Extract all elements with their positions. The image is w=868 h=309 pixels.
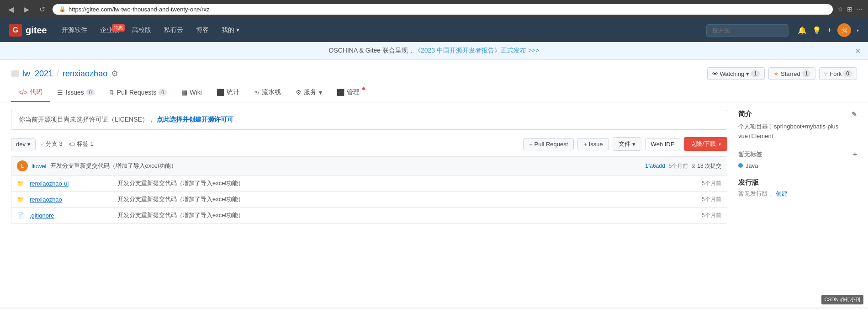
lang-label: Java [746, 162, 758, 169]
bell-icon[interactable]: 🔔 [798, 26, 807, 35]
web-ide-button[interactable]: Web IDE [645, 138, 681, 150]
commit-hash[interactable]: 1fa6add [645, 163, 665, 169]
main-wrapper: ⬜ lw_2021 / renxiaozhao ⚙ 👁 Watching ▾ 1… [0, 60, 868, 307]
files-button[interactable]: 文件 ▾ [613, 137, 641, 151]
repo-name-link[interactable]: renxiaozhao [63, 69, 107, 79]
stats-tab-icon: ⬛ [217, 89, 224, 96]
license-text: 你当前开源项目尚未选择许可证（LICENSE）， [19, 116, 155, 123]
extensions-icon[interactable]: ⊞ [847, 5, 852, 13]
folder-icon: 📁 [17, 180, 24, 187]
search-input[interactable] [706, 24, 789, 37]
commit-author[interactable]: liuwei [32, 163, 47, 170]
commit-count[interactable]: ⧖ 18 次提交 [692, 162, 721, 170]
bulb-icon[interactable]: 💡 [812, 26, 821, 35]
fork-button[interactable]: ⑂ Fork 0 [819, 67, 857, 80]
tab-pipeline[interactable]: ∿ 流水线 [247, 84, 288, 102]
banner-text: OSCHINA & Gitee 联合呈现，《2023 中国开源开发者报告》正式发… [329, 47, 540, 54]
clone-button[interactable]: 克隆/下载 ▾ [684, 137, 727, 151]
nav-blog[interactable]: 博客 [191, 22, 214, 38]
tab-services[interactable]: ⚙ 服务 ▾ [288, 84, 329, 102]
url-text: https://gitee.com/lw-two-thousand-and-tw… [69, 6, 210, 13]
nav-university[interactable]: 高校版 [127, 22, 157, 38]
fork-icon: ⑂ [824, 70, 828, 77]
forward-button[interactable]: ▶ [21, 4, 32, 15]
banner-link[interactable]: 《2023 中国开源开发者报告》正式发布 >>> [414, 47, 539, 54]
branch-name: dev [16, 141, 26, 148]
menu-icon[interactable]: ⋯ [856, 5, 863, 13]
file-commit: 开发分支重新提交代码（增加了导入excel功能） [117, 195, 696, 203]
avatar-arrow[interactable]: ▾ [857, 28, 859, 33]
branches-count[interactable]: ⑂ 分支 3 [40, 140, 63, 148]
tab-manage[interactable]: ⬛ 管理 [329, 84, 367, 102]
sidebar-release-text: 暂无发行版， 创建 [738, 190, 857, 198]
star-button[interactable]: ★ Starred 1 [768, 67, 815, 80]
avatar[interactable]: 我 [837, 23, 851, 37]
star-count: 1 [802, 70, 811, 77]
file-time: 5个月前 [702, 196, 721, 203]
file-icon: 📄 [17, 212, 24, 219]
browser-chrome: ◀ ▶ ↺ 🔒 https://gitee.com/lw-two-thousan… [0, 0, 868, 18]
nav-mine[interactable]: 我的 ▾ [216, 22, 245, 38]
nav-private-cloud[interactable]: 私有云 [159, 22, 189, 38]
back-button[interactable]: ◀ [5, 4, 16, 15]
tab-stats[interactable]: ⬛ 统计 [209, 84, 247, 102]
clone-dropdown-icon: ▾ [719, 142, 721, 147]
plus-icon[interactable]: + [827, 26, 832, 35]
pr-tab-icon: ⇅ [109, 89, 115, 96]
sidebar-lang: Java [738, 162, 857, 169]
star-label: Starred [781, 70, 800, 77]
issue-button[interactable]: + Issue [577, 138, 609, 150]
nav-enterprise[interactable]: 企业版 特惠 [95, 22, 125, 38]
folder-icon: 📁 [17, 196, 24, 203]
pr-tab-label: Pull Requests [117, 89, 156, 96]
pull-request-button[interactable]: + Pull Request [523, 138, 574, 150]
sidebar-tags-title: 暂无标签 + [738, 150, 857, 159]
banner-close[interactable]: ✕ [855, 47, 861, 55]
sidebar-tags: 暂无标签 + Java [738, 150, 857, 169]
table-row: 📁 renxiaozhao 开发分支重新提交代码（增加了导入excel功能） 5… [11, 192, 727, 208]
tab-pr[interactable]: ⇅ Pull Requests 0 [102, 84, 175, 101]
logo[interactable]: G gitee [9, 24, 47, 37]
commit-time: 5个月前 [669, 162, 688, 170]
repo-owner-link[interactable]: lw_2021 [22, 69, 53, 79]
tab-issues[interactable]: ☰ Issues 0 [50, 84, 102, 101]
watch-button[interactable]: 👁 Watching ▾ 1 [707, 67, 765, 80]
file-name-link[interactable]: renxiaozhao [30, 196, 112, 203]
branch-selector[interactable]: dev ▾ [11, 138, 36, 150]
pipeline-tab-label: 流水线 [262, 88, 281, 96]
logo-name: gitee [26, 25, 47, 36]
sidebar-edit-icon[interactable]: ✎ [852, 111, 857, 118]
commit-avatar: L [17, 160, 28, 171]
enterprise-badge: 特惠 [112, 24, 125, 32]
commit-history-icon: ⧖ [692, 163, 695, 169]
repo-settings-icon[interactable]: ⚙ [111, 69, 118, 79]
watch-label: Watching [720, 70, 745, 77]
repo-sidebar: 简介 ✎ 个人项目基于springboot+mybatis-plus vue+E… [738, 110, 857, 224]
file-name-link[interactable]: renxiaozhao-ui [30, 180, 112, 187]
commit-message: 开发分支重新提交代码（增加了导入excel功能） [50, 162, 642, 170]
file-name-link[interactable]: .gitignore [30, 212, 112, 219]
nav-open-source[interactable]: 开源软件 [56, 22, 93, 38]
tab-code[interactable]: </> 代码 [11, 84, 50, 102]
issues-tab-label: Issues [65, 89, 84, 96]
repo-tabs: </> 代码 ☰ Issues 0 ⇅ Pull Requests 0 ▦ Wi… [0, 84, 868, 102]
reload-button[interactable]: ↺ [37, 4, 48, 15]
issues-count: 0 [86, 89, 95, 96]
code-tab-icon: </> [18, 89, 27, 96]
watch-dropdown[interactable]: ▾ [746, 70, 749, 77]
file-time: 5个月前 [702, 180, 721, 187]
url-bar[interactable]: 🔒 https://gitee.com/lw-two-thousand-and-… [53, 4, 833, 15]
star-browser-icon[interactable]: ☆ [837, 5, 843, 13]
commit-row: L liuwei 开发分支重新提交代码（增加了导入excel功能） 1fa6ad… [11, 156, 727, 176]
tags-count[interactable]: 🏷 标签 1 [69, 140, 94, 148]
browser-actions: ☆ ⊞ ⋯ [837, 5, 863, 13]
tab-wiki[interactable]: ▦ Wiki [174, 84, 209, 101]
tags-add-button[interactable]: + [853, 150, 857, 159]
create-release-link[interactable]: 创建 [776, 190, 788, 197]
license-link[interactable]: 点此选择并创建开源许可可 [157, 116, 233, 123]
wiki-tab-label: Wiki [190, 89, 201, 96]
right-actions: + Pull Request + Issue 文件 ▾ Web IDE 克隆/下… [523, 137, 727, 151]
repo-header: ⬜ lw_2021 / renxiaozhao ⚙ 👁 Watching ▾ 1… [0, 60, 868, 80]
file-commit: 开发分支重新提交代码（增加了导入excel功能） [117, 211, 696, 219]
manage-tab-label: 管理 [347, 88, 360, 96]
